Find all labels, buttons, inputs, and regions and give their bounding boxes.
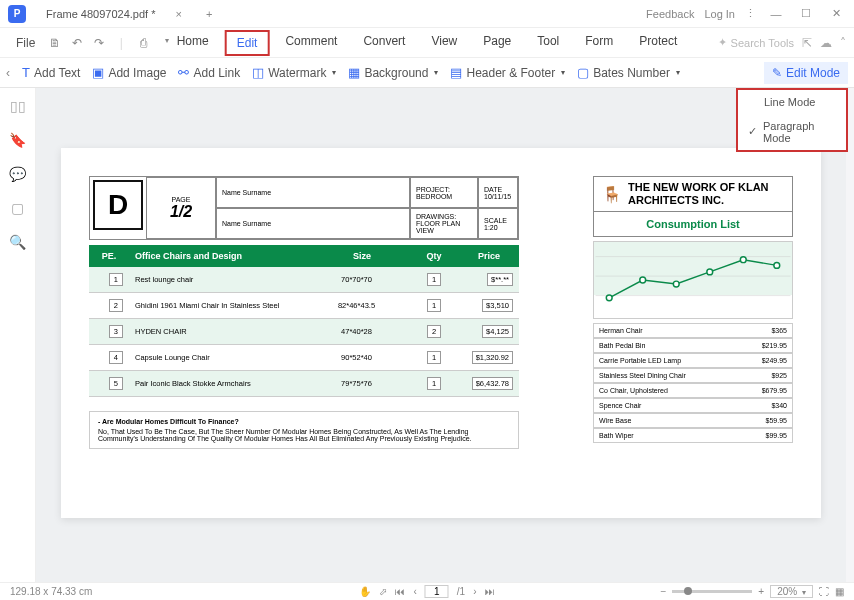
background-icon: ▦ xyxy=(348,65,360,80)
pdf-page: D Name Surname PROJECT: BEDROOM DATE 10/… xyxy=(61,148,821,518)
collapse-ribbon-icon[interactable]: ˄ xyxy=(840,36,846,50)
table-row: 5Pair Iconic Black Stokke Armchairs79*75… xyxy=(89,371,519,397)
watermark-button[interactable]: ◫Watermark▾ xyxy=(252,65,336,80)
view-mode-icon[interactable]: ▦ xyxy=(835,586,844,597)
close-tab-icon[interactable]: × xyxy=(175,8,181,20)
tab-edit[interactable]: Edit xyxy=(225,30,270,56)
right-subtitle: Consumption List xyxy=(593,212,793,237)
tab-convert[interactable]: Convert xyxy=(353,30,415,56)
svg-point-8 xyxy=(774,263,780,269)
thumbnails-icon[interactable]: ▯▯ xyxy=(10,98,26,114)
new-tab-icon[interactable]: + xyxy=(206,8,212,20)
prev-page-icon[interactable]: ‹ xyxy=(413,586,416,597)
edit-mode-icon: ✎ xyxy=(772,66,782,80)
share-icon[interactable]: ⇱ xyxy=(802,36,812,50)
svg-point-5 xyxy=(673,282,679,288)
tab-filename: Frame 48097024.pdf * xyxy=(46,8,155,20)
add-link-button[interactable]: ⚯Add Link xyxy=(178,65,240,80)
note-box: - Are Modular Homes Difficult To Finance… xyxy=(89,411,519,449)
tab-comment[interactable]: Comment xyxy=(275,30,347,56)
tab-form[interactable]: Form xyxy=(575,30,623,56)
print-icon[interactable]: ⎙ xyxy=(135,36,151,50)
fit-page-icon[interactable]: ⛶ xyxy=(819,586,829,597)
add-text-button[interactable]: TAdd Text xyxy=(22,65,80,80)
tab-view[interactable]: View xyxy=(421,30,467,56)
file-menu[interactable]: File xyxy=(8,32,43,54)
next-page-icon[interactable]: › xyxy=(473,586,476,597)
doc-logo: D xyxy=(93,180,143,230)
svg-point-7 xyxy=(740,257,746,263)
last-page-icon[interactable]: ⏭ xyxy=(485,586,495,597)
zoom-out-icon[interactable]: − xyxy=(661,586,667,597)
redo-icon[interactable]: ↷ xyxy=(91,36,107,50)
paragraph-mode-option[interactable]: ✓Paragraph Mode xyxy=(738,114,846,150)
table-row: 2Ghidini 1961 Miami Chair In Stainless S… xyxy=(89,293,519,319)
edit-mode-button[interactable]: ✎ Edit Mode xyxy=(764,62,848,84)
feedback-link[interactable]: Feedback xyxy=(646,8,694,20)
svg-point-6 xyxy=(707,269,713,275)
image-icon: ▣ xyxy=(92,65,104,80)
table-row: 1Rest lounge chair70*70*701$**.** xyxy=(89,267,519,293)
minimize-icon[interactable]: — xyxy=(766,8,786,20)
undo-icon[interactable]: ↶ xyxy=(69,36,85,50)
hand-tool-icon[interactable]: ✋ xyxy=(359,586,371,597)
select-tool-icon[interactable]: ⬀ xyxy=(379,586,387,597)
svg-point-3 xyxy=(606,295,612,301)
back-icon[interactable]: ‹ xyxy=(6,66,10,80)
save-icon[interactable]: 🗎 xyxy=(47,36,63,50)
search-tools[interactable]: ✦ Search Tools xyxy=(718,36,794,49)
list-item: Bath Wiper$99.95 xyxy=(593,428,793,443)
background-button[interactable]: ▦Background▾ xyxy=(348,65,438,80)
edit-mode-dropdown: Line Mode ✓Paragraph Mode xyxy=(736,88,848,152)
ribbon-tabs: Home Edit Comment Convert View Page Tool… xyxy=(167,30,688,56)
tab-tool[interactable]: Tool xyxy=(527,30,569,56)
comments-icon[interactable]: 💬 xyxy=(9,166,26,182)
add-image-button[interactable]: ▣Add Image xyxy=(92,65,166,80)
login-link[interactable]: Log In xyxy=(704,8,735,20)
left-sidebar: ▯▯ 🔖 💬 ▢ 🔍 xyxy=(0,88,36,582)
maximize-icon[interactable]: ☐ xyxy=(796,7,816,20)
list-item: Bath Pedal Bin$219.95 xyxy=(593,338,793,353)
header-footer-button[interactable]: ▤Header & Footer▾ xyxy=(450,65,565,80)
first-page-icon[interactable]: ⏮ xyxy=(395,586,405,597)
list-item: Co Chair, Upholstered$679.95 xyxy=(593,383,793,398)
document-tab[interactable]: Frame 48097024.pdf * × xyxy=(34,8,194,20)
chair-icon: 🪑 xyxy=(602,185,622,204)
watermark-icon: ◫ xyxy=(252,65,264,80)
page-number-input[interactable] xyxy=(425,585,449,598)
header-footer-icon: ▤ xyxy=(450,65,462,80)
consumption-chart xyxy=(593,241,793,319)
kebab-icon[interactable]: ⋮ xyxy=(745,7,756,20)
bookmark-icon[interactable]: 🔖 xyxy=(9,132,26,148)
list-item: Wire Base$59.95 xyxy=(593,413,793,428)
cloud-icon[interactable]: ☁ xyxy=(820,36,832,50)
attachments-icon[interactable]: ▢ xyxy=(11,200,24,216)
consumption-list: Herman Chair$365Bath Pedal Bin$219.95Car… xyxy=(593,323,793,443)
link-icon: ⚯ xyxy=(178,65,189,80)
document-canvas[interactable]: D Name Surname PROJECT: BEDROOM DATE 10/… xyxy=(36,88,846,582)
list-item: Carrie Portable LED Lamp$249.95 xyxy=(593,353,793,368)
list-item: Spence Chair$340 xyxy=(593,398,793,413)
close-window-icon[interactable]: ✕ xyxy=(826,7,846,20)
page-total: /1 xyxy=(457,586,465,597)
sparkle-icon: ✦ xyxy=(718,36,727,49)
zoom-in-icon[interactable]: + xyxy=(758,586,764,597)
line-mode-option[interactable]: Line Mode xyxy=(738,90,846,114)
search-icon[interactable]: 🔍 xyxy=(9,234,26,250)
list-item: Herman Chair$365 xyxy=(593,323,793,338)
list-item: Stainless Steel Dining Chair$925 xyxy=(593,368,793,383)
right-title: 🪑 THE NEW WORK OF KLAN ARCHITECTS INC. xyxy=(593,176,793,212)
tab-home[interactable]: Home xyxy=(167,30,219,56)
tab-protect[interactable]: Protect xyxy=(629,30,687,56)
zoom-select[interactable]: 20% ▾ xyxy=(770,585,813,598)
status-bar: 129.18 x 74.33 cm ✋ ⬀ ⏮ ‹ /1 › ⏭ − + 20%… xyxy=(0,582,854,600)
text-icon: T xyxy=(22,65,30,80)
bates-number-button[interactable]: ▢Bates Number▾ xyxy=(577,65,680,80)
table-row: 4Capsule Lounge Chair90*52*401$1,320.92 xyxy=(89,345,519,371)
page-dimensions: 129.18 x 74.33 cm xyxy=(10,586,92,597)
app-icon: P xyxy=(8,5,26,23)
tab-page[interactable]: Page xyxy=(473,30,521,56)
zoom-slider[interactable] xyxy=(672,590,752,593)
svg-point-4 xyxy=(640,277,646,283)
bates-icon: ▢ xyxy=(577,65,589,80)
